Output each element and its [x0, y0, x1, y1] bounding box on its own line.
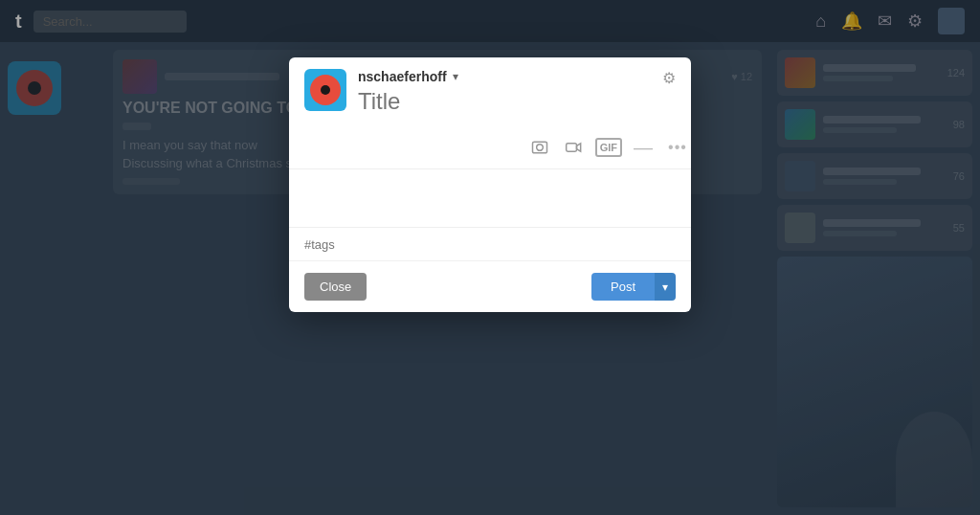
modal-avatar	[304, 69, 346, 111]
gif-button[interactable]: GIF	[595, 138, 622, 157]
modal-title-input[interactable]	[358, 84, 651, 119]
avatar-face	[310, 75, 341, 105]
photo-button[interactable]	[526, 134, 553, 161]
modal-user-row: nschaeferhoff ▾	[358, 69, 651, 84]
modal-user-chevron-icon[interactable]: ▾	[453, 70, 458, 83]
post-dropdown-button[interactable]: ▾	[655, 273, 676, 301]
modal-title-row	[358, 84, 651, 119]
create-post-modal: nschaeferhoff ▾ ⚙	[289, 57, 691, 312]
modal-toolbar: GIF — •••	[289, 126, 691, 169]
modal-header: nschaeferhoff ▾ ⚙	[289, 57, 691, 126]
modal-content-area[interactable]	[289, 169, 691, 227]
svg-rect-2	[566, 144, 576, 151]
modal-tags-row	[289, 227, 691, 260]
separator-button[interactable]: —	[630, 134, 657, 161]
close-button[interactable]: Close	[304, 273, 367, 301]
modal-username: nschaeferhoff	[358, 69, 447, 84]
post-button[interactable]: Post	[591, 273, 655, 301]
modal-content-right: nschaeferhoff ▾	[358, 69, 651, 119]
avatar-eye	[321, 85, 330, 95]
modal-tags-input[interactable]	[304, 237, 676, 252]
modal-gear-icon[interactable]: ⚙	[662, 69, 676, 87]
modal-footer: Close Post ▾	[289, 260, 691, 312]
more-button[interactable]: •••	[664, 134, 691, 161]
video-button[interactable]	[561, 134, 588, 161]
svg-point-1	[536, 145, 543, 151]
modal-overlay: nschaeferhoff ▾ ⚙	[0, 0, 980, 515]
post-button-group: Post ▾	[591, 273, 676, 301]
